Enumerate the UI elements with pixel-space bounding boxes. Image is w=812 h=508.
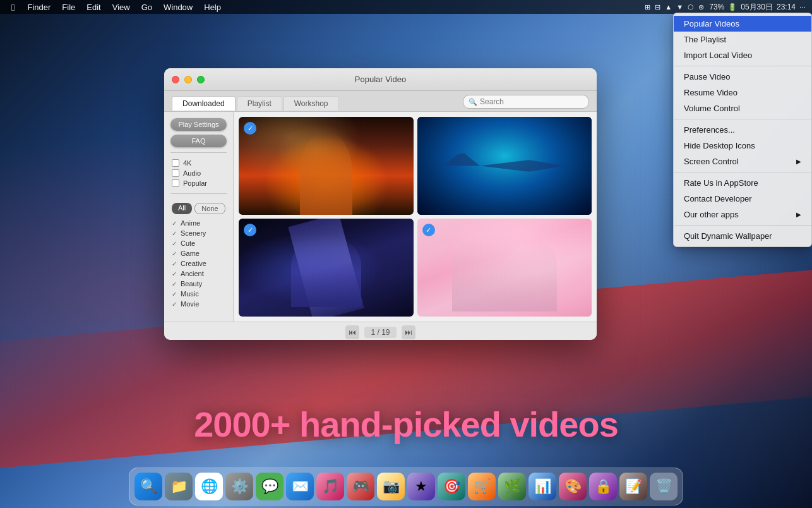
search-input[interactable] bbox=[480, 97, 583, 106]
app-window: Popular Video Downloaded Playlist Worksh… bbox=[164, 68, 597, 340]
filter-buttons: All None bbox=[164, 199, 233, 218]
checkbox-4k[interactable]: 4K bbox=[164, 158, 233, 168]
minimize-button[interactable] bbox=[184, 76, 192, 83]
dock-icon-music[interactable]: 🎵 bbox=[316, 473, 344, 500]
category-item-movie[interactable]: ✓Movie bbox=[164, 299, 233, 309]
category-label: Scenery bbox=[181, 229, 206, 237]
dropdown-item-preferences...[interactable]: Preferences... bbox=[674, 122, 811, 138]
category-item-ancient[interactable]: ✓Ancient bbox=[164, 269, 233, 279]
search-box[interactable]: 🔍 bbox=[463, 95, 589, 109]
dock-icon-app2[interactable]: 🎯 bbox=[438, 473, 465, 500]
category-item-anime[interactable]: ✓Anime bbox=[164, 218, 233, 228]
dock-icon-app6[interactable]: 🎨 bbox=[559, 473, 587, 500]
tab-downloaded[interactable]: Downloaded bbox=[172, 96, 236, 111]
maximize-button[interactable] bbox=[197, 76, 205, 83]
checkbox-audio-box[interactable] bbox=[172, 169, 179, 177]
dropdown-item-pause-video[interactable]: Pause Video bbox=[674, 69, 811, 85]
dropdown-item-our-other-apps[interactable]: Our other apps▶ bbox=[674, 207, 811, 222]
category-item-game[interactable]: ✓Game bbox=[164, 248, 233, 258]
sidebar-divider-1 bbox=[170, 152, 227, 153]
sidebar-divider-2 bbox=[170, 193, 227, 194]
menubar-date: 05月30日 bbox=[741, 2, 773, 13]
dock-icon-files[interactable]: 📁 bbox=[165, 473, 193, 500]
chevron-right-icon: ▶ bbox=[796, 158, 801, 165]
dock-icon-trash[interactable]: 🗑️ bbox=[650, 473, 678, 500]
prev-page-button[interactable]: ⏮ bbox=[345, 325, 359, 339]
menubar-more[interactable]: ··· bbox=[799, 3, 806, 11]
dropdown-item-contact-developer[interactable]: Contact Developer bbox=[674, 191, 811, 207]
dropdown-item-volume-control[interactable]: Volume Control bbox=[674, 100, 811, 116]
dock-icon-wechat[interactable]: 💬 bbox=[256, 473, 284, 500]
check-icon: ✓ bbox=[172, 250, 178, 257]
dock-icon-photo[interactable]: 📷 bbox=[377, 473, 405, 500]
dock-icon-app4[interactable]: 🌿 bbox=[498, 473, 526, 500]
dock-icon-app1[interactable]: ★ bbox=[407, 473, 435, 500]
filter-all-button[interactable]: All bbox=[172, 203, 192, 214]
video-thumb-2[interactable] bbox=[417, 117, 592, 215]
menubar-file[interactable]: File bbox=[57, 0, 80, 14]
dropdown-item-rate-us-in-appstore[interactable]: Rate Us in AppStore bbox=[674, 175, 811, 191]
apple-menu[interactable]:  bbox=[5, 0, 21, 14]
video-thumb-1[interactable]: ✓ bbox=[239, 117, 414, 215]
category-item-creative[interactable]: ✓Creative bbox=[164, 258, 233, 269]
video-thumb-3[interactable]: ✓ bbox=[239, 219, 414, 317]
search-icon: 🔍 bbox=[469, 98, 477, 106]
tab-workshop[interactable]: Workshop bbox=[284, 96, 339, 111]
desktop-promo-text: 2000+ hand-picked videos bbox=[0, 404, 812, 445]
menubar-edit[interactable]: Edit bbox=[81, 0, 105, 14]
dropdown-item-resume-video[interactable]: Resume Video bbox=[674, 85, 811, 100]
dock-icon-settings[interactable]: ⚙️ bbox=[225, 473, 253, 500]
dropdown-menu: Popular VideosThe PlaylistImport Local V… bbox=[673, 13, 812, 247]
menubar-window[interactable]: Window bbox=[158, 0, 198, 14]
video-thumb-4[interactable]: ✓ bbox=[417, 219, 592, 317]
checkbox-popular-label: Popular bbox=[183, 179, 207, 187]
video-thumb-1-bg bbox=[239, 117, 414, 215]
check-icon: ✓ bbox=[172, 301, 178, 308]
menubar-view[interactable]: View bbox=[107, 0, 135, 14]
checkbox-4k-box[interactable] bbox=[172, 159, 179, 167]
category-label: Ancient bbox=[181, 270, 204, 277]
dropdown-item-screen-control[interactable]: Screen Control▶ bbox=[674, 154, 811, 169]
window-controls bbox=[172, 76, 205, 83]
tab-playlist[interactable]: Playlist bbox=[237, 96, 282, 111]
checkbox-4k-label: 4K bbox=[183, 159, 191, 167]
close-button[interactable] bbox=[172, 76, 179, 83]
dropdown-item-hide-desktop-icons[interactable]: Hide Desktop Icons bbox=[674, 138, 811, 154]
check-icon: ✓ bbox=[172, 291, 178, 298]
category-item-cute[interactable]: ✓Cute bbox=[164, 238, 233, 248]
dock-icon-mail[interactable]: ✉️ bbox=[286, 473, 314, 500]
filter-none-button[interactable]: None bbox=[194, 203, 225, 214]
categories-list: ✓Anime✓Scenery✓Cute✓Game✓Creative✓Ancien… bbox=[164, 218, 233, 309]
content-area: Play Settings FAQ 4K Audio Popular All N… bbox=[164, 112, 597, 322]
dock-icon-game[interactable]: 🎮 bbox=[347, 473, 374, 500]
dock-icon-app7[interactable]: 🔒 bbox=[589, 473, 617, 500]
checkbox-audio[interactable]: Audio bbox=[164, 168, 233, 178]
category-item-scenery[interactable]: ✓Scenery bbox=[164, 228, 233, 238]
category-label: Movie bbox=[181, 300, 199, 308]
menubar-go[interactable]: Go bbox=[136, 0, 157, 14]
dropdown-item-the-playlist[interactable]: The Playlist bbox=[674, 32, 811, 47]
battery-icon: 🔋 bbox=[728, 3, 737, 11]
menubar-right: ⊞ ⊟ ▲ ▼ ⬡ ⊛ 73% 🔋 05月30日 23:14 ··· bbox=[645, 2, 812, 13]
dock-icon-finder[interactable]: 🔍 bbox=[134, 473, 162, 500]
menubar-help[interactable]: Help bbox=[199, 0, 226, 14]
category-label: Creative bbox=[181, 260, 206, 267]
dropdown-item-popular-videos[interactable]: Popular Videos bbox=[674, 16, 811, 32]
checkbox-popular[interactable]: Popular bbox=[164, 178, 233, 188]
dock-icon-app5[interactable]: 📊 bbox=[528, 473, 556, 500]
category-item-beauty[interactable]: ✓Beauty bbox=[164, 279, 233, 289]
dock-icon-app3[interactable]: 🛒 bbox=[468, 473, 496, 500]
dock-icon-chrome[interactable]: 🌐 bbox=[195, 473, 223, 500]
checkbox-popular-box[interactable] bbox=[172, 179, 179, 187]
dropdown-item-quit-dynamic-wallpaper[interactable]: Quit Dynamic Wallpaper bbox=[674, 228, 811, 244]
category-label: Beauty bbox=[181, 280, 202, 287]
menubar-finder[interactable]: Finder bbox=[22, 0, 56, 14]
dock-icon-app8[interactable]: 📝 bbox=[619, 473, 647, 500]
play-settings-button[interactable]: Play Settings bbox=[170, 118, 227, 131]
faq-button[interactable]: FAQ bbox=[170, 135, 227, 147]
next-page-button[interactable]: ⏭ bbox=[402, 325, 415, 339]
dropdown-item-import-local-video[interactable]: Import Local Video bbox=[674, 47, 811, 63]
menubar-icons: ⊞ ⊟ ▲ ▼ ⬡ ⊛ bbox=[645, 3, 705, 11]
category-item-music[interactable]: ✓Music bbox=[164, 289, 233, 299]
window-title: Popular Video bbox=[355, 75, 406, 84]
